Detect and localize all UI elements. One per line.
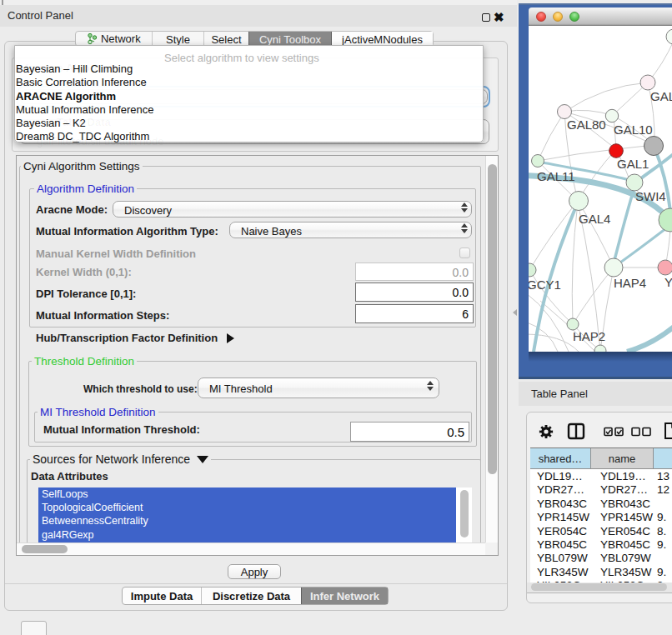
svg-text:GAL1: GAL1 <box>617 157 649 171</box>
svg-text:GAL4: GAL4 <box>579 212 610 226</box>
svg-text:SWI4: SWI4 <box>635 189 666 203</box>
svg-text:HAP4: HAP4 <box>614 276 646 290</box>
svg-text:GAL10: GAL10 <box>614 122 653 137</box>
svg-text:GCY1: GCY1 <box>529 278 561 292</box>
svg-text:GAL7: GAL7 <box>650 89 672 103</box>
svg-text:GAL80: GAL80 <box>567 118 606 132</box>
svg-text:HAP2: HAP2 <box>573 329 605 343</box>
svg-text:GAL11: GAL11 <box>537 169 575 183</box>
svg-text:Y: Y <box>664 275 672 289</box>
